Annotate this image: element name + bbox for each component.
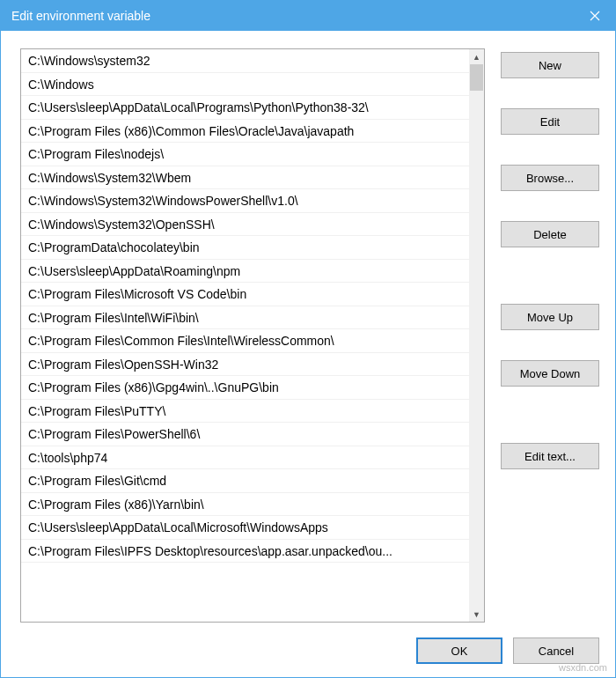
chevron-up-icon: ▲ (473, 53, 480, 62)
move-down-button[interactable]: Move Down (501, 360, 599, 387)
button-sidebar: New Edit Browse... Delete Move Up Move D… (501, 48, 599, 623)
path-list-container: C:\Windows\system32C:\WindowsC:\Users\sl… (20, 48, 485, 623)
list-item[interactable]: C:\Program Files (x86)\Common Files\Orac… (21, 120, 469, 144)
chevron-down-icon: ▼ (473, 610, 480, 619)
ok-button[interactable]: OK (416, 637, 502, 664)
window-title: Edit environment variable (11, 9, 575, 23)
list-item[interactable]: C:\tools\php74 (21, 446, 469, 470)
list-item[interactable]: C:\Program Files\Intel\WiFi\bin\ (21, 306, 469, 330)
list-item[interactable]: C:\Windows\System32\OpenSSH\ (21, 213, 469, 237)
list-item[interactable]: C:\Program Files\Common Files\Intel\Wire… (21, 329, 469, 353)
list-item[interactable]: C:\ProgramData\chocolatey\bin (21, 236, 469, 260)
list-item[interactable]: C:\Windows (21, 73, 469, 97)
scroll-down-button[interactable]: ▼ (469, 607, 484, 622)
edit-button[interactable]: Edit (501, 108, 599, 135)
list-item[interactable]: C:\Windows\system32 (21, 49, 469, 73)
list-item[interactable]: C:\Program Files\Microsoft VS Code\bin (21, 283, 469, 306)
list-item[interactable]: C:\Program Files (x86)\Yarn\bin\ (21, 493, 469, 517)
watermark-text: wsxdn.com (559, 662, 607, 673)
list-item[interactable]: C:\Windows\System32\Wbem (21, 166, 469, 190)
list-item[interactable]: C:\Program Files\OpenSSH-Win32 (21, 353, 469, 377)
edit-text-button[interactable]: Edit text... (501, 443, 599, 469)
close-icon (590, 11, 600, 21)
list-item[interactable]: C:\Program Files (x86)\Gpg4win\..\GnuPG\… (21, 376, 469, 400)
titlebar[interactable]: Edit environment variable (1, 1, 615, 31)
list-item[interactable]: C:\Program Files\PowerShell\6\ (21, 423, 469, 446)
list-item[interactable]: C:\Program Files\PuTTY\ (21, 400, 469, 424)
move-up-button[interactable]: Move Up (501, 304, 599, 330)
list-item[interactable]: C:\Program Files\nodejs\ (21, 143, 469, 166)
scroll-up-button[interactable]: ▲ (469, 49, 484, 64)
list-item[interactable]: C:\Users\sleep\AppData\Roaming\npm (21, 260, 469, 284)
close-button[interactable] (575, 1, 615, 31)
browse-button[interactable]: Browse... (501, 165, 599, 191)
scrollbar-track[interactable] (469, 64, 484, 607)
list-item[interactable]: C:\Program Files\IPFS Desktop\resources\… (21, 540, 469, 564)
path-list[interactable]: C:\Windows\system32C:\WindowsC:\Users\sl… (21, 49, 469, 622)
scrollbar-thumb[interactable] (470, 64, 483, 91)
new-button[interactable]: New (501, 52, 599, 78)
dialog-body: C:\Windows\system32C:\WindowsC:\Users\sl… (1, 31, 615, 631)
dialog-window: Edit environment variable C:\Windows\sys… (0, 0, 616, 678)
cancel-button[interactable]: Cancel (513, 637, 599, 664)
list-item[interactable]: C:\Users\sleep\AppData\Local\Microsoft\W… (21, 516, 469, 540)
list-item[interactable]: C:\Users\sleep\AppData\Local\Programs\Py… (21, 96, 469, 120)
list-item[interactable]: C:\Windows\System32\WindowsPowerShell\v1… (21, 189, 469, 213)
vertical-scrollbar[interactable]: ▲ ▼ (469, 49, 484, 622)
dialog-footer: OK Cancel (1, 631, 615, 677)
delete-button[interactable]: Delete (501, 221, 599, 247)
list-item[interactable]: C:\Program Files\Git\cmd (21, 469, 469, 493)
